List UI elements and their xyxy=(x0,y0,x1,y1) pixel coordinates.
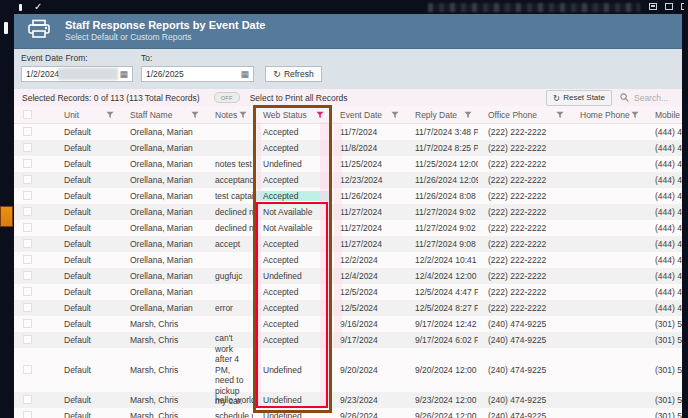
cell-select[interactable] xyxy=(14,319,54,330)
row-checkbox[interactable] xyxy=(23,255,32,264)
table-row[interactable]: DefaultOrellana, Mariandeclined notesNot… xyxy=(14,204,682,220)
cell-select[interactable] xyxy=(14,207,54,218)
table-row[interactable]: DefaultOrellana, MarianAccepted12/2/2024… xyxy=(14,252,682,268)
row-checkbox[interactable] xyxy=(23,271,32,280)
row-checkbox[interactable] xyxy=(23,395,32,404)
close-icon[interactable] xyxy=(681,3,684,10)
calendar-icon[interactable]: ▦ xyxy=(240,70,249,79)
cell-select[interactable] xyxy=(14,239,54,250)
cell-select[interactable] xyxy=(14,159,54,170)
cell-select[interactable] xyxy=(14,287,54,298)
search-input[interactable] xyxy=(632,92,680,104)
column-header-staff_name[interactable]: Staff Name xyxy=(120,106,205,123)
reset-state-button[interactable]: ↻ Reset State xyxy=(546,90,612,106)
column-header-reply_date[interactable]: Reply Date xyxy=(405,106,478,123)
filter-icon[interactable] xyxy=(391,111,399,119)
table-row[interactable]: DefaultOrellana, MarianAccepted12/5/2024… xyxy=(14,284,682,300)
table-row[interactable]: DefaultMarsh, ChrisAccepted9/16/20249/17… xyxy=(14,316,682,332)
cell-select[interactable] xyxy=(14,395,54,406)
column-header-office_phone[interactable]: Office Phone xyxy=(478,106,570,123)
print-all-toggle[interactable]: OFF xyxy=(214,92,240,103)
row-checkbox[interactable] xyxy=(23,207,32,216)
table-row[interactable]: DefaultOrellana, Mariandeclined notesNot… xyxy=(14,220,682,236)
filter-panel: Event Date From: To: 1/2/2024 ▦ 1/26/202… xyxy=(14,48,682,89)
filter-icon[interactable] xyxy=(464,111,472,119)
cell-select[interactable] xyxy=(14,175,54,186)
cell-notes: acceptance notes xyxy=(205,175,253,185)
printer-icon xyxy=(27,19,51,43)
row-checkbox[interactable] xyxy=(23,159,32,168)
column-header-select[interactable] xyxy=(14,106,54,123)
restore-icon[interactable] xyxy=(665,3,673,10)
cell-select[interactable] xyxy=(14,191,54,202)
calendar-icon[interactable]: ▦ xyxy=(119,70,128,79)
cell-office_phone: (222) 222-2222 xyxy=(478,127,570,137)
event-date-to-input[interactable]: 1/26/2025 ▦ xyxy=(141,66,254,82)
cell-staff_name: Orellana, Marian xyxy=(120,175,205,185)
row-checkbox[interactable] xyxy=(23,223,32,232)
cell-reply_date: 11/27/2024 9:02 PM xyxy=(405,207,478,217)
filter-icon[interactable] xyxy=(631,111,639,119)
cell-select[interactable] xyxy=(14,127,54,138)
table-row[interactable]: DefaultOrellana, MariangugfujcUndefined1… xyxy=(14,268,682,284)
filter-icon[interactable] xyxy=(556,111,564,119)
filter-icon[interactable] xyxy=(239,111,247,119)
table-row[interactable]: DefaultOrellana, Mariantest captainAccep… xyxy=(14,188,682,204)
cell-select[interactable] xyxy=(14,271,54,282)
row-checkbox[interactable] xyxy=(23,303,32,312)
cell-staff_name: Orellana, Marian xyxy=(120,287,205,297)
row-checkbox[interactable] xyxy=(23,319,32,328)
cell-select[interactable] xyxy=(14,365,54,376)
table-row[interactable]: DefaultOrellana, Mariannotes testUndefin… xyxy=(14,156,682,172)
table-row[interactable]: DefaultOrellana, MarianAccepted11/8/2024… xyxy=(14,140,682,156)
cell-office_phone: (222) 222-2222 xyxy=(478,287,570,297)
cast-icon[interactable] xyxy=(649,3,657,10)
table-row[interactable]: DefaultOrellana, MarianerrorAccepted12/5… xyxy=(14,300,682,316)
cell-select[interactable] xyxy=(14,335,54,346)
table-row[interactable]: DefaultMarsh, Chrishello worldUndefined9… xyxy=(14,392,682,408)
cell-mobile: (444) 444- xyxy=(645,159,682,169)
cell-select[interactable] xyxy=(14,303,54,314)
table-row[interactable]: DefaultOrellana, MarianacceptAccepted11/… xyxy=(14,236,682,252)
row-checkbox[interactable] xyxy=(23,239,32,248)
cell-mobile: (301) 526- xyxy=(645,319,682,329)
row-checkbox[interactable] xyxy=(23,143,32,152)
cell-select[interactable] xyxy=(14,255,54,266)
select-all-checkbox[interactable] xyxy=(23,110,32,119)
cell-web_status: Undefined xyxy=(253,271,330,281)
row-checkbox[interactable] xyxy=(23,175,32,184)
refresh-button[interactable]: ↻ Refresh xyxy=(265,66,322,82)
cell-select[interactable] xyxy=(14,143,54,154)
column-header-mobile[interactable]: Mobile xyxy=(645,106,682,123)
column-header-notes[interactable]: Notes xyxy=(205,106,253,123)
cell-staff_name: Orellana, Marian xyxy=(120,127,205,137)
table-row[interactable]: DefaultMarsh, Chriscan't work after 4 PM… xyxy=(14,348,682,392)
table-row[interactable]: DefaultOrellana, MarianAccepted11/7/2024… xyxy=(14,124,682,140)
row-checkbox[interactable] xyxy=(23,411,32,418)
column-header-web_status[interactable]: Web Status xyxy=(253,106,330,123)
column-header-unit[interactable]: Unit xyxy=(54,106,120,123)
cell-mobile: (444) 444- xyxy=(645,239,682,249)
filter-icon[interactable] xyxy=(106,111,114,119)
table-row[interactable]: DefaultMarsh, Chrisschedule meUndefined9… xyxy=(14,408,682,418)
cell-select[interactable] xyxy=(14,411,54,418)
column-label: Home Phone xyxy=(580,110,630,120)
row-checkbox[interactable] xyxy=(23,127,32,136)
filter-icon[interactable] xyxy=(316,111,324,119)
event-date-from-label: Event Date From: xyxy=(21,53,88,63)
cell-select[interactable] xyxy=(14,223,54,234)
table-row[interactable]: DefaultMarsh, ChrisAccepted9/17/20249/17… xyxy=(14,332,682,348)
cell-reply_date: 11/25/2024 12:00 AM xyxy=(405,159,478,169)
row-checkbox[interactable] xyxy=(23,335,32,344)
checkmark-icon: ✓ xyxy=(34,0,42,14)
column-header-event_date[interactable]: Event Date xyxy=(330,106,405,123)
table-row[interactable]: DefaultOrellana, Marianacceptance notesA… xyxy=(14,172,682,188)
filter-icon[interactable] xyxy=(191,111,199,119)
row-checkbox[interactable] xyxy=(23,287,32,296)
cell-office_phone: (222) 222-2222 xyxy=(478,223,570,233)
row-checkbox[interactable] xyxy=(23,191,32,200)
column-header-home_phone[interactable]: Home Phone xyxy=(570,106,645,123)
cell-reply_date: 11/7/2024 8:25 PM xyxy=(405,143,478,153)
row-checkbox[interactable] xyxy=(23,365,32,374)
cell-staff_name: Orellana, Marian xyxy=(120,159,205,169)
